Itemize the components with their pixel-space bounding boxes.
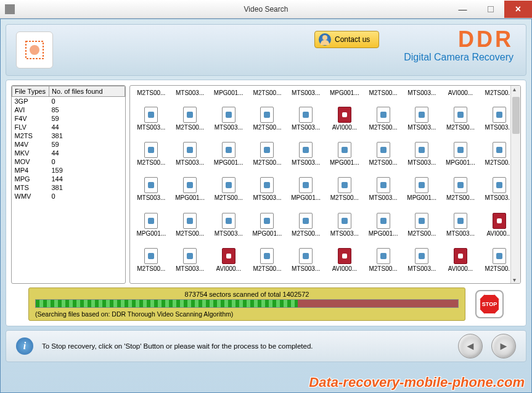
file-item[interactable]: M2TS00... (210, 176, 247, 210)
close-button[interactable]: × (504, 1, 532, 18)
file-item[interactable]: MTS003... (210, 105, 247, 139)
table-row[interactable]: F4V59 (12, 114, 125, 123)
file-item[interactable]: MTS003... (287, 88, 325, 97)
cell-type: M4V (12, 140, 49, 149)
file-item[interactable]: MPG001... (326, 141, 364, 175)
file-item[interactable]: MTS003... (287, 247, 325, 281)
file-item[interactable]: MTS003... (248, 176, 286, 210)
file-item[interactable]: MTS003... (210, 212, 247, 246)
app-logo (16, 31, 53, 68)
file-icon (260, 177, 274, 193)
header-banner: Contact us DDR Digital Camera Recovery (6, 24, 526, 76)
file-item[interactable]: MTS003... (403, 247, 441, 281)
file-item[interactable]: MPG001... (326, 88, 364, 97)
file-item[interactable]: MTS003... (403, 141, 441, 175)
file-item[interactable]: AVI000... (442, 247, 480, 281)
file-item[interactable]: MPG001... (210, 88, 247, 97)
maximize-button[interactable] (477, 1, 504, 18)
file-icon (338, 248, 351, 264)
file-label: MTS003... (485, 124, 514, 131)
person-icon (319, 33, 331, 46)
file-item[interactable]: MTS003... (326, 212, 364, 246)
file-item[interactable]: M2TS00... (248, 141, 286, 175)
file-item[interactable]: M2TS00... (133, 141, 170, 175)
table-row[interactable]: MOV0 (12, 157, 125, 166)
scrollbar-thumb[interactable] (512, 97, 520, 134)
file-item[interactable]: MTS003... (171, 247, 209, 281)
cell-type: MPG (12, 175, 49, 183)
next-button[interactable]: ► (491, 334, 516, 358)
file-item[interactable]: M2TS00... (364, 247, 402, 281)
table-row[interactable]: M2TS381 (12, 131, 125, 140)
file-item[interactable]: MPG001... (133, 212, 170, 246)
file-item[interactable]: MPG001... (171, 176, 209, 210)
file-item[interactable]: AVI000... (442, 88, 480, 97)
file-item[interactable]: MPG001... (248, 212, 286, 246)
file-label: MPG001... (253, 230, 282, 237)
file-item[interactable]: M2TS00... (248, 247, 286, 281)
col-count[interactable]: No. of files found (49, 86, 125, 97)
file-item[interactable]: M2TS00... (248, 88, 286, 97)
file-item[interactable]: M2TS00... (364, 141, 402, 175)
file-item[interactable]: MTS003... (287, 105, 325, 139)
file-item[interactable]: MPG001... (287, 176, 325, 210)
file-item[interactable]: M2TS00... (133, 247, 170, 281)
col-filetypes[interactable]: File Types (12, 86, 49, 97)
file-item[interactable]: MTS003... (171, 88, 209, 97)
file-label: M2TS00... (446, 194, 475, 201)
table-row[interactable]: FLV44 (12, 123, 125, 131)
file-label: M2TS00... (137, 89, 165, 96)
file-item[interactable]: MTS003... (133, 176, 170, 210)
file-item[interactable]: AVI000... (210, 247, 247, 281)
table-row[interactable]: 3GP0 (12, 97, 125, 106)
file-label: MTS003... (176, 265, 204, 272)
file-label: MPG001... (407, 194, 436, 201)
table-row[interactable]: MPG144 (12, 175, 125, 183)
file-item[interactable]: M2TS00... (326, 176, 364, 210)
cell-count: 44 (49, 149, 125, 157)
file-item[interactable]: M2TS00... (133, 88, 170, 97)
file-item[interactable]: M2TS00... (248, 105, 286, 139)
table-row[interactable]: WMV0 (12, 192, 125, 201)
file-label: M2TS00... (485, 265, 514, 272)
table-row[interactable]: MP4159 (12, 166, 125, 175)
file-item[interactable]: M2TS00... (442, 105, 480, 139)
file-item[interactable]: M2TS00... (171, 105, 209, 139)
vertical-scrollbar[interactable] (510, 86, 520, 283)
file-item[interactable]: AVI000... (326, 105, 364, 139)
file-item[interactable]: MPG001... (210, 141, 247, 175)
file-item[interactable]: M2TS00... (364, 105, 402, 139)
back-button[interactable]: ◄ (458, 334, 483, 358)
minimize-button[interactable]: — (449, 1, 477, 18)
table-row[interactable]: M4V59 (12, 140, 125, 149)
file-item[interactable]: MTS003... (403, 88, 441, 97)
file-item[interactable]: MTS003... (442, 212, 480, 246)
file-item[interactable]: M2TS00... (403, 212, 441, 246)
table-row[interactable]: AVI85 (12, 105, 125, 114)
file-label: MTS003... (330, 230, 359, 237)
file-label: M2TS00... (292, 230, 320, 237)
file-item[interactable]: MTS003... (403, 105, 441, 139)
file-item[interactable]: MTS003... (171, 141, 209, 175)
file-icon (260, 142, 274, 158)
file-item[interactable]: MTS003... (364, 176, 402, 210)
file-item[interactable]: M2TS00... (364, 88, 402, 97)
file-icon (415, 107, 428, 123)
file-label: MPG001... (175, 194, 205, 201)
file-item[interactable]: MPG001... (442, 141, 480, 175)
file-item[interactable]: MTS003... (287, 141, 325, 175)
file-item[interactable]: M2TS00... (442, 176, 480, 210)
file-label: MTS003... (137, 194, 165, 201)
contact-us-button[interactable]: Contact us (314, 31, 379, 48)
stop-button[interactable]: STOP (475, 290, 504, 318)
file-item[interactable]: M2TS00... (287, 212, 325, 246)
file-item[interactable]: M2TS00... (171, 212, 209, 246)
table-row[interactable]: MTS381 (12, 183, 125, 192)
file-item[interactable]: MPG001... (403, 176, 441, 210)
cell-type: WMV (12, 192, 49, 201)
file-item[interactable]: MPG001... (364, 212, 402, 246)
file-item[interactable]: AVI000... (326, 247, 364, 281)
file-item[interactable]: MTS003... (133, 105, 170, 139)
file-icon (454, 177, 467, 193)
table-row[interactable]: MKV44 (12, 149, 125, 157)
